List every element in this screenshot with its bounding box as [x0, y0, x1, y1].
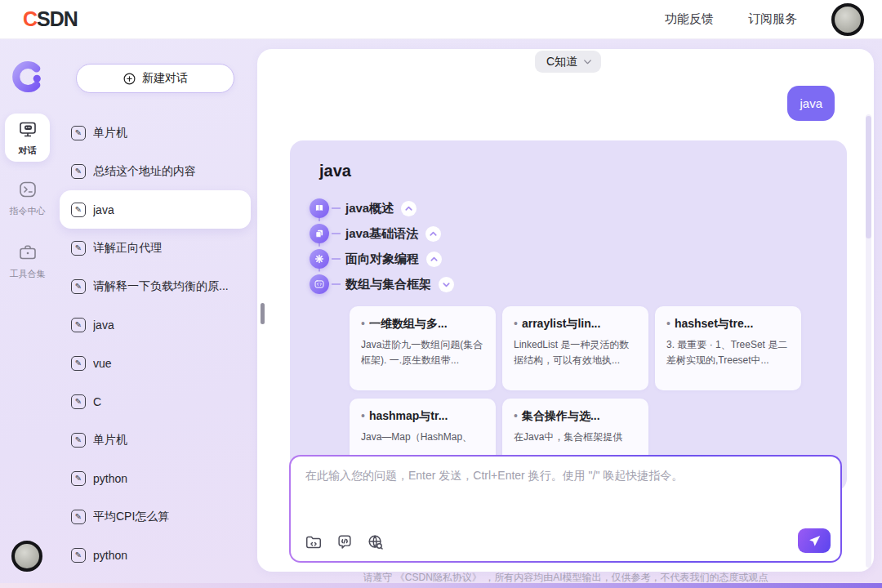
panel-scrollbar[interactable]	[866, 114, 871, 568]
subscribe-link[interactable]: 订阅服务	[748, 11, 797, 27]
bullet: •	[666, 317, 670, 330]
chat-history-item[interactable]: ✎单片机	[55, 114, 253, 152]
reference-card[interactable]: •hashset与tre... 3. 最重要 · 1、TreeSet 是二差树实…	[655, 306, 801, 390]
chat-history-item[interactable]: ✎请解释一下负载均衡的原...	[55, 267, 253, 305]
reference-card-title: hashmap与tr...	[369, 409, 448, 422]
chat-history-item[interactable]: ✎vue	[55, 344, 253, 382]
reference-card[interactable]: •arraylist与lin... LinkedList 是一种灵活的数据结构，…	[502, 306, 648, 390]
outline-node-label: java基础语法	[345, 226, 418, 242]
bullet: •	[514, 409, 518, 422]
feedback-link[interactable]: 功能反馈	[665, 11, 714, 27]
reference-card[interactable]: •一维数组与多... Java进阶九一数组问题(集合框架). 一.原生数组带..…	[350, 306, 496, 390]
node-connector	[332, 258, 341, 260]
chat-history-list: ✎单片机 ✎总结这个地址的内容 ✎java ✎详解正向代理 ✎请解释一下负载均衡…	[55, 114, 253, 574]
chat-item-label: python	[93, 549, 127, 562]
edit-icon: ✎	[71, 471, 86, 486]
chat-history-item[interactable]: ✎单片机	[55, 421, 253, 459]
model-selector-label: C知道	[546, 55, 577, 69]
quick-command-icon[interactable]	[336, 533, 354, 551]
chat-item-label: C	[93, 395, 101, 408]
gear-icon	[310, 249, 329, 269]
user-avatar-bottom[interactable]	[11, 541, 42, 572]
collapse-button[interactable]	[426, 252, 442, 267]
panel-scrollbar-thumb[interactable]	[866, 116, 871, 238]
collapse-button[interactable]	[425, 226, 441, 242]
chat-history-item[interactable]: ✎java	[55, 305, 253, 344]
briefcase-icon	[18, 243, 38, 265]
collapse-button[interactable]	[401, 201, 416, 216]
web-search-icon[interactable]	[367, 533, 385, 551]
outline-node: java概述	[310, 198, 817, 218]
chat-item-label: java	[93, 318, 114, 332]
edit-icon: ✎	[71, 203, 86, 217]
chevron-down-icon	[441, 279, 452, 290]
composer: 在此输入您的问题，Enter 发送，Ctrl+Enter 换行。使用 "/" 唤…	[289, 455, 842, 563]
rail-item-label: 对话	[19, 145, 37, 157]
rail-item-command-center[interactable]: 指令中心	[5, 180, 50, 217]
chevron-up-icon	[428, 229, 439, 239]
reference-card-title: arraylist与lin...	[522, 317, 600, 330]
paper-plane-icon	[808, 534, 822, 548]
chevron-down-icon	[582, 56, 593, 67]
chevron-up-icon	[429, 254, 439, 265]
node-connector	[332, 283, 341, 285]
chat-history-item[interactable]: ✎python	[55, 536, 253, 574]
topic-outline: java概述 java基础语法	[310, 198, 817, 294]
edit-icon: ✎	[71, 126, 86, 140]
chat-item-label: vue	[93, 357, 112, 370]
edit-icon: ✎	[71, 433, 86, 448]
edit-icon: ✎	[71, 356, 86, 371]
chat-item-label: 平均CPI怎么算	[93, 510, 169, 524]
top-bar: CSDN 功能反馈 订阅服务	[0, 0, 882, 39]
csdn-logo[interactable]: CSDN	[23, 7, 78, 31]
reference-card-title: 集合操作与选...	[522, 409, 600, 422]
chat-panel: C知道 java java java概述	[257, 49, 874, 572]
reference-card-body: 3. 最重要 · 1、TreeSet 是二差树实现的,Treeset中...	[666, 337, 790, 368]
send-button[interactable]	[798, 528, 831, 553]
chat-item-label: java	[93, 203, 114, 216]
outline-node: 面向对象编程	[310, 249, 817, 269]
reference-card-title: 一维数组与多...	[369, 317, 448, 330]
assistant-response-card: java java概述	[290, 140, 847, 492]
chat-history-item[interactable]: ✎平均CPI怎么算	[55, 497, 253, 536]
pages-icon	[310, 224, 329, 243]
chat-history-item[interactable]: ✎C	[55, 382, 253, 421]
chat-history-item[interactable]: ✎总结这个地址的内容	[55, 152, 253, 190]
outline-node-label: 面向对象编程	[345, 252, 419, 267]
rail-item-chat[interactable]: 对话	[5, 114, 50, 162]
user-avatar[interactable]	[831, 3, 864, 36]
outline-node: 数组与集合框架	[310, 274, 817, 294]
chat-monitor-icon	[18, 119, 38, 142]
chat-item-label: python	[93, 472, 127, 485]
chat-item-label: 总结这个地址的内容	[93, 164, 196, 179]
edit-icon: ✎	[71, 394, 86, 409]
plus-circle-icon	[122, 72, 136, 86]
user-message-bubble: java	[787, 86, 835, 121]
reference-card-body: Java进阶九一数组问题(集合框架). 一.原生数组带...	[361, 337, 484, 368]
logo-c: C	[23, 7, 37, 30]
chat-history-item-active[interactable]: ✎java	[60, 190, 251, 229]
chat-history-item[interactable]: ✎python	[55, 459, 253, 497]
folder-code-icon[interactable]	[305, 533, 323, 551]
chat-history-item[interactable]: ✎详解正向代理	[55, 229, 253, 267]
edit-icon: ✎	[71, 279, 86, 294]
panel-resize-handle[interactable]	[261, 303, 265, 324]
chat-item-label: 单片机	[93, 433, 127, 448]
rail-item-tool-collection[interactable]: 工具合集	[5, 243, 50, 280]
disclaimer-text: 请遵守 《CSDN隐私协议》 ，所有内容均由AI模型输出，仅供参考，不代表我们的…	[257, 571, 874, 585]
reference-card-body: 在Java中，集合框架提供	[514, 430, 637, 445]
app-window: CSDN 功能反馈 订阅服务	[0, 0, 882, 588]
new-chat-button[interactable]: 新建对话	[76, 64, 234, 93]
edit-icon: ✎	[71, 510, 86, 524]
model-selector[interactable]: C知道	[535, 51, 601, 73]
c-zhidao-logo-icon[interactable]	[11, 60, 43, 93]
collapse-button[interactable]	[439, 277, 454, 292]
reference-card-title: hashset与tre...	[675, 317, 753, 330]
message-input[interactable]: 在此输入您的问题，Enter 发送，Ctrl+Enter 换行。使用 "/" 唤…	[291, 457, 840, 561]
chat-sidebar: 新建对话 ✎单片机 ✎总结这个地址的内容 ✎java ✎详解正向代理 ✎请解释一…	[55, 39, 253, 588]
outline-node: java基础语法	[310, 224, 817, 243]
chevron-up-icon	[403, 203, 414, 214]
reference-card-body: Java—Map（HashMap、	[361, 430, 484, 445]
code-icon	[310, 274, 329, 294]
new-chat-label: 新建对话	[142, 71, 188, 86]
